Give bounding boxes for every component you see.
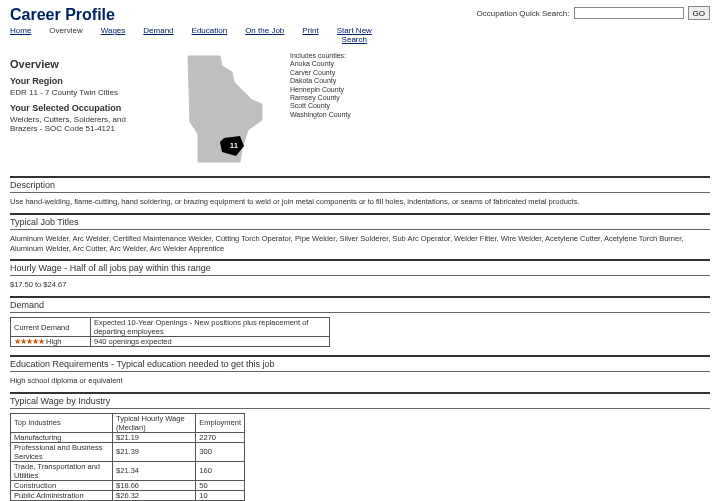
quick-search-label: Occupation Quick Search:: [477, 9, 570, 18]
county-item: Washington County: [290, 111, 351, 119]
education-text: High school diploma or equivalent: [10, 376, 710, 386]
demand-heading: Demand: [10, 300, 710, 310]
nav-home[interactable]: Home: [10, 26, 31, 44]
wage-industry-heading: Typical Wage by Industry: [10, 396, 710, 406]
nav-start-new[interactable]: Start New Search: [337, 26, 372, 44]
county-item: Scott County: [290, 102, 351, 110]
col-header: Employment: [196, 413, 245, 432]
col-header: Typical Hourly Wage (Median): [113, 413, 196, 432]
table-header-row: Top Industries Typical Hourly Wage (Medi…: [11, 413, 245, 432]
occupation-value: Welders, Cutters, Solderers, and Brazers…: [10, 115, 150, 133]
county-header: Includes counties:: [290, 52, 351, 60]
occupation-label: Your Selected Occupation: [10, 103, 150, 113]
county-item: Ramsey County: [290, 94, 351, 102]
region-label: Your Region: [10, 76, 150, 86]
table-row: Trade, Transportation and Utilities$21.3…: [11, 461, 245, 480]
county-list: Includes counties: Anoka County Carver C…: [290, 52, 351, 172]
county-item: Anoka County: [290, 60, 351, 68]
nav-on-the-job[interactable]: On the Job: [245, 26, 284, 44]
table-row: Manufacturing$21.192270: [11, 432, 245, 442]
table-row: Construction$18.6650: [11, 480, 245, 490]
wage-industry-table: Top Industries Typical Hourly Wage (Medi…: [10, 413, 245, 501]
overview-heading: Overview: [10, 58, 150, 70]
quick-search: Occupation Quick Search: GO: [477, 6, 710, 20]
county-item: Dakota County: [290, 77, 351, 85]
demand-rating: ★★★★★ High: [11, 337, 91, 347]
demand-openings: 940 openings expected: [91, 337, 330, 347]
region-value: EDR 11 - 7 County Twin Cities: [10, 88, 150, 97]
go-button[interactable]: GO: [688, 6, 710, 20]
nav-print[interactable]: Print: [302, 26, 318, 44]
main-nav: Home Overview Wages Demand Education On …: [10, 26, 372, 44]
titles-heading: Typical Job Titles: [10, 217, 710, 227]
svg-text:11: 11: [230, 142, 238, 149]
nav-education[interactable]: Education: [192, 26, 228, 44]
titles-text: Aluminum Welder, Arc Welder, Certified M…: [10, 234, 710, 254]
county-item: Carver County: [290, 69, 351, 77]
nav-demand[interactable]: Demand: [143, 26, 173, 44]
description-heading: Description: [10, 180, 710, 190]
page-title: Career Profile: [10, 6, 372, 24]
description-text: Use hand-welding, flame-cutting, hand so…: [10, 197, 710, 207]
demand-label: Current Demand: [11, 318, 91, 337]
demand-value: Expected 10-Year Openings - New position…: [91, 318, 330, 337]
quick-search-input[interactable]: [574, 7, 684, 19]
hourly-wage-heading: Hourly Wage - Half of all jobs pay withi…: [10, 263, 710, 273]
col-header: Top Industries: [11, 413, 113, 432]
table-row: Current Demand Expected 10-Year Openings…: [11, 318, 330, 337]
county-item: Hennepin County: [290, 86, 351, 94]
table-row: ★★★★★ High 940 openings expected: [11, 337, 330, 347]
table-row: Public Administration$26.3210: [11, 490, 245, 500]
state-map: 11: [170, 52, 270, 172]
nav-overview[interactable]: Overview: [49, 26, 82, 44]
star-icon: ★★★★★: [14, 337, 44, 346]
minnesota-map-icon: 11: [170, 52, 270, 172]
education-heading: Education Requirements - Typical educati…: [10, 359, 710, 369]
demand-table: Current Demand Expected 10-Year Openings…: [10, 317, 330, 347]
hourly-wage-text: $17.50 to $24.67: [10, 280, 710, 290]
nav-wages[interactable]: Wages: [101, 26, 126, 44]
table-row: Professional and Business Services$21.39…: [11, 442, 245, 461]
